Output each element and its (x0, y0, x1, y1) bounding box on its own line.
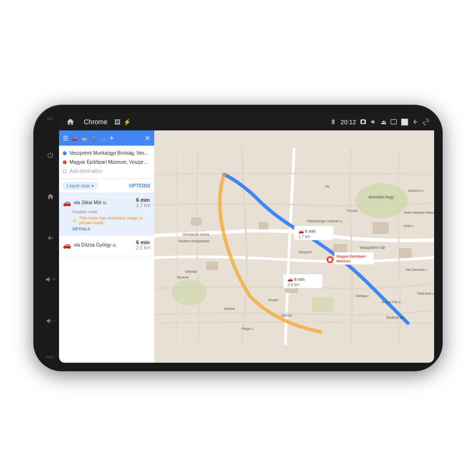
bike-icon[interactable]: 🚲 (100, 135, 107, 141)
status-bar: Chrome 🖼 ⚡ 20:12 ⏏ ⬜ (59, 113, 434, 130)
svg-rect-8 (399, 249, 412, 258)
main-content: ☰ 🚗 🚌 🚶 🚲 ✈ ✕ Veszprémi Munkaügyi Bírósá… (59, 130, 434, 363)
svg-rect-6 (259, 222, 268, 229)
back-icon[interactable] (412, 119, 419, 125)
svg-text:Veszprém: Veszprém (298, 250, 312, 254)
walk-icon[interactable]: 🚶 (90, 135, 97, 141)
svg-text:Vas Gerezsdi u.: Vas Gerezsdi u. (406, 268, 427, 271)
home-icon[interactable] (64, 115, 77, 129)
route-via-1: via Jókai Mór u. (74, 200, 133, 205)
svg-text:Polgár u.: Polgár u. (242, 327, 254, 331)
svg-rect-5 (207, 262, 218, 270)
screen-icon (390, 119, 397, 125)
device-shell: MIC + − RES Chrome 🖼 ⚡ (33, 105, 443, 371)
side-controls: MIC + − RES (42, 113, 59, 363)
options-button[interactable]: OPTIONS (129, 183, 150, 188)
app-name: Chrome (84, 118, 108, 126)
svg-text:1.7 km: 1.7 km (298, 235, 310, 239)
route-dist-1: 1.7 km (136, 203, 150, 208)
status-icons-group: 20:12 ⏏ ⬜ (330, 119, 429, 126)
back-side-button[interactable] (44, 231, 57, 245)
route-details-1[interactable]: DETAILS (72, 227, 150, 231)
route-option-1[interactable]: 🚗 via Jókai Mór u. 6 min 1.7 km Fastest … (59, 193, 154, 236)
svg-rect-3 (312, 297, 334, 312)
svg-text:Múzeum: Múzeum (337, 259, 351, 263)
volume-down-button[interactable]: − (44, 314, 57, 327)
transit-icon[interactable]: 🚌 (81, 135, 88, 141)
map-area[interactable]: Benedek-hegy Fricska Hotel Historia Malo… (154, 130, 434, 363)
destination-text: Magyar Építőipari Múzeum, Veszprém... (69, 159, 150, 165)
power-button[interactable] (44, 149, 57, 162)
svg-text:Trikáli árok u.: Trikáli árok u. (416, 292, 434, 295)
destination-row: Magyar Építőipari Múzeum, Veszprém... (63, 158, 150, 167)
car-icon-2: 🚗 (63, 241, 71, 249)
volume-icon (370, 119, 377, 125)
nav-toolbar: ☰ 🚗 🚌 🚶 🚲 ✈ ✕ (59, 130, 154, 146)
svg-text:Katolikus Középiskolás: Katolikus Középiskolás (178, 239, 210, 243)
svg-text:Hotel Historia Malomker: Hotel Historia Malomker (404, 210, 434, 215)
svg-text:Kittenberger Kálmán u.: Kittenberger Kálmán u. (307, 219, 343, 223)
svg-text:Várkapu: Várkapu (356, 294, 368, 298)
svg-text:Temető: Temető (268, 298, 278, 302)
usb-icon: ⚡ (123, 119, 131, 126)
svg-text:Óváros tér: Óváros tér (386, 315, 405, 320)
svg-point-2 (172, 279, 207, 306)
eject-icon: ⏏ (381, 119, 387, 126)
image-icon: 🖼 (114, 119, 120, 126)
screen: Chrome 🖼 ⚡ 20:12 ⏏ ⬜ (59, 113, 434, 363)
add-dest-icon (63, 169, 67, 173)
route-time-1: 6 min (136, 197, 150, 203)
rotate-icon[interactable] (423, 119, 429, 125)
map-svg: Benedek-hegy Fricska Hotel Historia Malo… (154, 130, 434, 363)
origin-dot (63, 151, 67, 155)
svg-text:Gépház: Gépház (185, 269, 197, 274)
mic-label: MIC (47, 117, 54, 120)
svg-text:Múzeum: Múzeum (177, 276, 189, 279)
svg-text:Magyar Építőipari: Magyar Építőipari (337, 254, 366, 258)
add-destination[interactable]: Add destination (63, 167, 150, 176)
destinations: Veszprémi Munkaügyi Bíróság, Veszpr... M… (59, 146, 154, 179)
home-side-button[interactable] (44, 190, 57, 203)
svg-point-34 (328, 258, 332, 261)
svg-text:Fricska: Fricska (347, 208, 358, 213)
route-warning-1: ⚠ This route has restricted usage or pri… (72, 216, 150, 225)
svg-point-1 (356, 183, 408, 218)
route-option-2[interactable]: 🚗 via Dózsa György u. 6 min 2.0 km (59, 236, 154, 256)
close-icon[interactable]: ✕ (145, 134, 150, 142)
svg-text:Benedek-hegy: Benedek-hegy (368, 195, 394, 199)
clock: 20:12 (340, 119, 356, 126)
warning-icon-1: ⚠ (72, 218, 77, 224)
route-label-1: Fastest route (72, 209, 150, 214)
route-time-2: 6 min (136, 239, 150, 245)
svg-text:Veszprémi Vár: Veszprémi Vár (360, 246, 386, 250)
svg-text:Ányos Pál u.: Ányos Pál u. (382, 300, 401, 304)
bluetooth-icon (330, 119, 337, 125)
svg-text:Davidikum Iskola: Davidikum Iskola (183, 232, 209, 237)
route-via-2: via Dózsa György u. (74, 242, 133, 248)
svg-rect-4 (334, 244, 347, 253)
volume-up-button[interactable]: + (44, 273, 57, 286)
svg-text:Szekerce u.: Szekerce u. (408, 189, 424, 192)
camera-icon (360, 119, 367, 125)
route-dist-2: 2.0 km (136, 245, 150, 250)
svg-text:Szarvas: Szarvas (281, 314, 292, 317)
svg-text:Sár: Sár (325, 185, 330, 188)
svg-text:🚗 6 min: 🚗 6 min (298, 228, 316, 234)
svg-rect-7 (373, 222, 388, 233)
nav-panel: ☰ 🚗 🚌 🚶 🚲 ✈ ✕ Veszprémi Munkaügyi Bírósá… (59, 130, 154, 363)
leave-row: Leave now ▾ OPTIONS (59, 179, 154, 193)
svg-text:Endrődi: Endrődi (224, 307, 235, 310)
window-icon: ⬜ (401, 119, 408, 126)
flight-icon[interactable]: ✈ (109, 135, 114, 141)
destination-dot (63, 160, 67, 164)
svg-rect-9 (191, 218, 201, 225)
car-icon-1: 🚗 (63, 199, 71, 207)
svg-text:Ürböl u.: Ürböl u. (404, 224, 415, 228)
origin-row: Veszprémi Munkaügyi Bíróság, Veszpr... (63, 149, 150, 158)
svg-text:🚗 6 min: 🚗 6 min (288, 277, 305, 282)
res-label: RES (47, 356, 54, 359)
menu-icon[interactable]: ☰ (63, 135, 69, 142)
leave-now-button[interactable]: Leave now ▾ (63, 182, 98, 190)
directions-car-icon[interactable]: 🚗 (71, 135, 78, 141)
origin-text: Veszprémi Munkaügyi Bíróság, Veszpr... (69, 150, 150, 156)
